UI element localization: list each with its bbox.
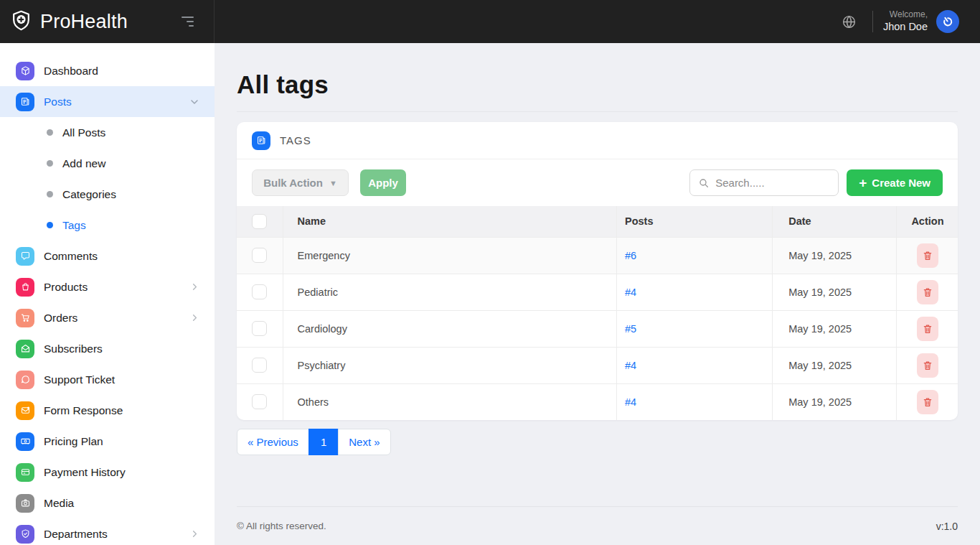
credit-card-icon <box>16 463 34 482</box>
posts-count-link[interactable]: #4 <box>625 396 636 408</box>
chevron-right-icon <box>189 312 200 323</box>
posts-count-link[interactable]: #4 <box>625 287 636 298</box>
sidebar-item-departments[interactable]: Departments <box>0 518 215 545</box>
user-name: Jhon Doe <box>883 20 928 33</box>
trash-icon <box>922 287 933 298</box>
sidebar-item-label: Support Ticket <box>44 373 115 386</box>
posts-count-link[interactable]: #4 <box>625 360 636 371</box>
bullet-icon <box>47 191 53 197</box>
sidebar-item-label: Categories <box>62 188 116 201</box>
posts-count-link[interactable]: #6 <box>625 250 636 261</box>
sidebar-item-posts[interactable]: Posts <box>0 86 215 117</box>
sidebar-item-label: Media <box>44 497 74 510</box>
sidebar-item-categories[interactable]: Categories <box>0 179 215 210</box>
chevron-right-icon <box>189 281 200 292</box>
tags-panel-icon <box>252 131 270 150</box>
sidebar-item-payment-history[interactable]: Payment History <box>0 457 215 488</box>
copyright-text: © All rights reserved. <box>237 521 326 531</box>
brand-logo[interactable]: ProHealth <box>10 9 128 34</box>
delete-button[interactable] <box>917 353 938 378</box>
sidebar-item-label: Posts <box>44 96 72 108</box>
chevron-right-icon <box>189 528 200 539</box>
row-checkbox[interactable] <box>252 284 267 299</box>
bullet-icon <box>47 129 53 136</box>
chat-icon <box>16 371 34 389</box>
sidebar-item-all-posts[interactable]: All Posts <box>0 117 215 148</box>
sidebar-item-form-response[interactable]: Form Response <box>0 395 215 426</box>
row-checkbox[interactable] <box>252 394 267 409</box>
pagination-page-1[interactable]: 1 <box>308 429 339 455</box>
pagination-next[interactable]: Next » <box>338 429 390 455</box>
sidebar-item-dashboard[interactable]: Dashboard <box>0 55 215 86</box>
search-input[interactable] <box>715 177 831 189</box>
sidebar-item-label: Comments <box>44 250 98 263</box>
pagination: « Previous 1 Next » <box>237 429 391 455</box>
pagination-previous[interactable]: « Previous <box>237 429 309 455</box>
panel-title: TAGS <box>280 134 311 146</box>
row-checkbox[interactable] <box>252 358 267 373</box>
bulk-action-select[interactable]: Bulk Action ▼ <box>252 169 349 196</box>
bulk-action-label: Bulk Action <box>263 177 323 189</box>
tag-name: Psychiatry <box>283 347 616 383</box>
sidebar-item-media[interactable]: Media <box>0 488 215 518</box>
delete-button[interactable] <box>917 243 938 268</box>
trash-icon <box>922 360 933 371</box>
sidebar-item-add-new[interactable]: Add new <box>0 148 215 179</box>
sidebar-item-label: All Posts <box>62 126 105 139</box>
plus-icon: + <box>859 176 867 190</box>
table-toolbar: Bulk Action ▼ Apply + Create New <box>237 159 958 206</box>
tag-name: Pediatric <box>283 274 616 310</box>
sidebar-item-orders[interactable]: Orders <box>0 302 215 333</box>
banknote-icon <box>16 432 34 451</box>
main-content: All tags TAGS Bulk Action ▼ Apply <box>215 43 980 545</box>
row-checkbox[interactable] <box>252 321 267 336</box>
avatar[interactable] <box>936 10 959 33</box>
select-all-checkbox[interactable] <box>252 214 267 229</box>
globe-icon[interactable] <box>842 14 857 29</box>
create-new-button[interactable]: + Create New <box>847 169 943 196</box>
camera-icon <box>16 494 34 513</box>
table-header-row: Name Posts Date Action <box>237 206 958 237</box>
posts-count-link[interactable]: #5 <box>625 323 636 335</box>
tag-date: May 19, 2025 <box>773 347 897 383</box>
sidebar-item-products[interactable]: Products <box>0 271 215 302</box>
sidebar-item-comments[interactable]: Comments <box>0 241 215 271</box>
sidebar-item-label: Dashboard <box>44 65 98 78</box>
tags-table: Name Posts Date Action Emergency #6 May … <box>237 206 958 420</box>
sidebar-item-subscribers[interactable]: Subscribers <box>0 333 215 364</box>
apply-button[interactable]: Apply <box>360 169 406 196</box>
welcome-label: Welcome, <box>883 9 928 20</box>
table-row: Others #4 May 19, 2025 <box>237 383 958 420</box>
user-greeting: Welcome, Jhon Doe <box>883 9 928 33</box>
shield-check-icon <box>16 525 34 544</box>
tag-date: May 19, 2025 <box>773 237 897 274</box>
tag-date: May 19, 2025 <box>773 383 897 420</box>
trash-icon <box>922 323 933 335</box>
row-checkbox[interactable] <box>252 248 267 263</box>
top-bar: ProHealth Welcome, Jhon Doe <box>0 0 980 43</box>
posts-icon <box>16 93 34 111</box>
bullet-icon <box>47 222 53 228</box>
bullet-icon <box>47 160 53 167</box>
sidebar-toggle-icon[interactable] <box>179 14 197 29</box>
delete-button[interactable] <box>917 317 938 341</box>
sidebar-item-label: Form Response <box>44 404 123 417</box>
sidebar-item-support-ticket[interactable]: Support Ticket <box>0 364 215 395</box>
brand-name: ProHealth <box>40 11 128 33</box>
tags-panel-header: TAGS <box>237 122 958 159</box>
create-new-label: Create New <box>872 177 930 189</box>
sidebar-item-label: Subscribers <box>44 343 103 355</box>
sidebar-item-pricing-plan[interactable]: Pricing Plan <box>0 426 215 457</box>
column-header-posts: Posts <box>617 206 773 237</box>
delete-button[interactable] <box>917 390 938 414</box>
sidebar-item-tags[interactable]: Tags <box>0 210 215 241</box>
sidebar-item-label: Pricing Plan <box>44 435 103 448</box>
footer: © All rights reserved. v:1.0 <box>237 506 958 545</box>
sidebar-item-label: Tags <box>62 219 86 232</box>
tag-name: Others <box>283 383 616 420</box>
delete-button[interactable] <box>917 280 938 304</box>
tag-name: Cardiology <box>283 310 616 347</box>
comment-icon <box>16 247 34 266</box>
sidebar-header: ProHealth <box>0 0 215 43</box>
sidebar-item-label: Products <box>44 281 88 294</box>
